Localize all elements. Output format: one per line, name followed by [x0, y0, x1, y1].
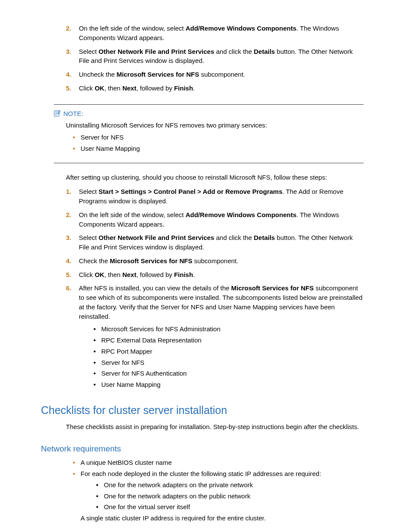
steps-uninstall: On the left side of the window, select A…: [41, 24, 364, 93]
text: For each node deployed in the cluster th…: [81, 470, 321, 477]
text: subcomponent.: [192, 257, 238, 264]
list-item: One for the virtual server itself: [93, 502, 364, 512]
text: On the left side of the window, select: [79, 25, 186, 32]
list-item: Server for NFS Authentication: [91, 369, 364, 378]
note-intro: Uninstalling Microsoft Services for NFS …: [66, 121, 364, 130]
bold: Microsoft Services for NFS: [117, 71, 199, 78]
note-label: NOTE:: [63, 109, 83, 118]
list-item: One for the network adapters on the priv…: [93, 480, 364, 490]
text: subcomponent.: [199, 71, 245, 78]
bold: Start > Settings > Control Panel > Add o…: [99, 188, 283, 195]
bold: Details: [254, 234, 275, 241]
text: , then: [104, 271, 122, 278]
text: , then: [104, 84, 122, 92]
subcomponents-list: Microsoft Services for NFS Administratio…: [91, 324, 364, 389]
list-item: Server for NFS: [70, 133, 364, 142]
bold: Microsoft Services for NFS: [231, 284, 314, 292]
step-5: Click OK, then Next, followed by Finish.: [66, 84, 364, 93]
text: Check the: [79, 257, 110, 264]
network-requirements-list: A unique NetBIOS cluster name For each n…: [70, 458, 364, 523]
bold: Next: [122, 84, 137, 92]
list-item: A unique NetBIOS cluster name: [70, 458, 364, 467]
bold: OK: [95, 271, 105, 278]
list-item: RPC Port Mapper: [91, 347, 364, 356]
list-item: User Name Mapping: [91, 380, 364, 389]
list-item: Microsoft Services for NFS Administratio…: [91, 324, 364, 334]
subsection-heading-network: Network requirements: [41, 443, 364, 455]
bold: Next: [122, 271, 137, 278]
text: Click: [79, 84, 95, 92]
note-body: Uninstalling Microsoft Services for NFS …: [54, 121, 364, 153]
text: Click: [79, 271, 95, 278]
list-item: Server for NFS: [91, 358, 364, 367]
note-box: NOTE: Uninstalling Microsoft Services fo…: [54, 104, 364, 163]
text: , followed by: [136, 271, 174, 278]
bold: Details: [254, 48, 275, 55]
text: Select: [79, 234, 99, 241]
step-5: Click OK, then Next, followed by Finish.: [66, 270, 364, 280]
text: Uncheck the: [79, 71, 117, 78]
after-paragraph: After setting up clustering, should you …: [41, 173, 364, 182]
step-4: Uncheck the Microsoft Services for NFS s…: [66, 70, 364, 79]
bold: Finish: [174, 271, 193, 278]
text: and click the: [214, 48, 254, 55]
text: After NFS is installed, you can view the…: [79, 284, 231, 292]
list-item: One for the network adapters on the publ…: [93, 492, 364, 501]
note-bullets: Server for NFS User Name Mapping: [70, 133, 364, 153]
bold: Other Network File and Print Services: [99, 48, 214, 55]
note-icon: [54, 110, 61, 117]
bold: Microsoft Services for NFS: [110, 257, 193, 264]
text: .: [193, 84, 195, 92]
list-item: User Name Mapping: [70, 144, 364, 153]
section-intro: These checklists assist in preparing for…: [41, 422, 364, 432]
steps-reinstall: Select Start > Settings > Control Panel …: [41, 187, 364, 389]
list-item: For each node deployed in the cluster th…: [70, 469, 364, 523]
text: , followed by: [136, 84, 174, 92]
step-4: Check the Microsoft Services for NFS sub…: [66, 256, 364, 266]
section-heading-checklists: Checklists for cluster server installati…: [41, 402, 364, 418]
bold: OK: [95, 84, 105, 92]
bold: Add/Remove Windows Components: [186, 211, 296, 218]
step-2: On the left side of the window, select A…: [66, 210, 364, 229]
step-3: Select Other Network File and Print Serv…: [66, 233, 364, 252]
bold: Add/Remove Windows Components: [186, 25, 296, 32]
text: and click the: [214, 234, 254, 241]
text: Select: [79, 188, 99, 195]
list-item: RPC External Data Representation: [91, 336, 364, 345]
bold: Other Network File and Print Services: [99, 234, 214, 241]
note-heading: NOTE:: [54, 109, 364, 118]
text: Select: [79, 48, 99, 55]
bold: Finish: [174, 84, 193, 92]
step-6: After NFS is installed, you can view the…: [66, 283, 364, 389]
step-1: Select Start > Settings > Control Panel …: [66, 187, 364, 206]
step-2: On the left side of the window, select A…: [66, 24, 364, 43]
text: On the left side of the window, select: [79, 211, 186, 218]
step-3: Select Other Network File and Print Serv…: [66, 47, 364, 66]
text: .: [193, 271, 195, 278]
text: A single static cluster IP address is re…: [81, 513, 364, 523]
network-sub-list: One for the network adapters on the priv…: [93, 480, 364, 512]
